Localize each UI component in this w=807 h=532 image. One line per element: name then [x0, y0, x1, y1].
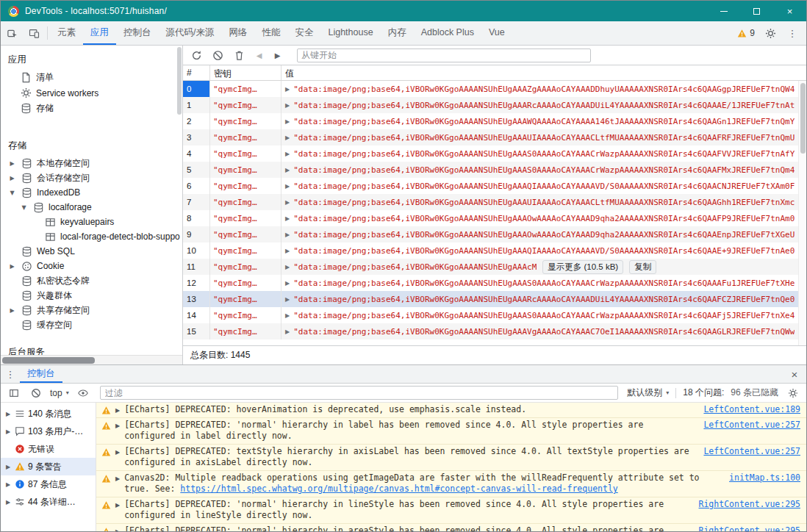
devtools-tab[interactable]: 元素 — [50, 21, 83, 45]
execution-context-selector[interactable]: top ▾ — [50, 388, 69, 398]
tree-arrow-icon[interactable]: ▶ — [7, 175, 17, 181]
expand-triangle-icon[interactable]: ▶ — [115, 449, 120, 468]
console-filter-item[interactable]: ▶103 条用户-… — [1, 423, 96, 440]
tree-item[interactable]: ▶会话存储空间 — [1, 170, 182, 185]
devtools-tab[interactable]: 内存 — [381, 21, 414, 45]
close-drawer-button[interactable]: × — [783, 365, 806, 383]
copy-button[interactable]: 复制 — [629, 260, 656, 274]
more-options-button[interactable]: ⋮ — [781, 28, 803, 39]
console-settings-button[interactable] — [785, 385, 801, 401]
expand-triangle-icon[interactable]: ▶ — [285, 215, 290, 222]
show-more-button[interactable]: 显示更多 (10.5 kB) — [542, 260, 623, 274]
log-level-selector[interactable]: 默认级别 ▾ — [627, 387, 669, 399]
expand-triangle-icon[interactable]: ▶ — [115, 407, 120, 415]
expand-triangle-icon[interactable]: ▶ — [115, 502, 120, 521]
clear-object-store-button[interactable] — [209, 46, 227, 64]
table-row[interactable]: 7"qymcImg…▶"data:image/png;base64,iVBORw… — [183, 194, 798, 210]
tree-item[interactable]: ▶本地存储空间 — [1, 156, 182, 170]
message-url-link[interactable]: https://html.spec.whatwg.org/multipage/c… — [180, 484, 617, 494]
tree-item[interactable]: 兴趣群体 — [1, 288, 182, 303]
devtools-tab[interactable]: 控制台 — [116, 21, 159, 45]
minimize-button[interactable] — [707, 1, 740, 21]
sidebar-horizontal-scrollbar-thumb[interactable] — [2, 357, 95, 364]
table-row[interactable]: 3"qymcImg…▶"data:image/png;base64,iVBORw… — [183, 129, 798, 145]
previous-page-button[interactable]: ◀ — [251, 51, 267, 60]
expand-triangle-icon[interactable]: ▶ — [115, 423, 120, 442]
table-row[interactable]: 14"qymcImg…▶"data:image/png;base64,iVBOR… — [183, 307, 798, 323]
refresh-button[interactable] — [187, 46, 206, 64]
devtools-tab[interactable]: Adblock Plus — [414, 21, 481, 45]
table-row[interactable]: 8"qymcImg…▶"data:image/png;base64,iVBORw… — [183, 210, 798, 226]
tree-item[interactable]: keyvaluepairs — [1, 215, 182, 229]
table-row[interactable]: 1"qymcImg…▶"data:image/png;base64,iVBORw… — [183, 97, 798, 113]
expand-triangle-icon[interactable]: ▶ — [115, 528, 120, 531]
table-row[interactable]: 15"qymcImg…▶"data:image/png;base64,iVBOR… — [183, 323, 798, 339]
console-filter-item[interactable]: 无错误 — [1, 440, 96, 458]
table-row[interactable]: 0"qymcImg…▶"data:image/png;base64,iVBORw… — [183, 81, 798, 97]
tree-item[interactable]: Web SQL — [1, 244, 182, 259]
drawer-menu-button[interactable]: ⋮ — [1, 365, 20, 383]
source-link[interactable]: LeftContent.vue:257 — [703, 446, 800, 457]
start-from-key-input[interactable] — [297, 48, 591, 62]
tree-arrow-icon[interactable]: ▶ — [7, 160, 17, 167]
tree-arrow-icon[interactable]: ▶ — [7, 307, 17, 314]
devtools-tab[interactable]: Vue — [481, 21, 512, 45]
devtools-tab[interactable]: Lighthouse — [320, 21, 380, 45]
column-header-key[interactable]: 密钥 — [210, 65, 281, 80]
table-row[interactable]: 9"qymcImg…▶"data:image/png;base64,iVBORw… — [183, 226, 798, 242]
console-filter-item[interactable]: ▶87 条信息 — [1, 475, 96, 493]
source-link[interactable]: RightContent.vue:295 — [699, 525, 800, 531]
tree-arrow-icon[interactable]: ▶ — [7, 263, 17, 270]
settings-button[interactable] — [759, 28, 781, 39]
tab-console[interactable]: 控制台 — [20, 365, 62, 383]
devtools-tab[interactable]: 应用 — [83, 21, 116, 45]
tree-item[interactable]: local-forage-detect-blob-suppo — [1, 229, 182, 244]
expand-triangle-icon[interactable]: ▶ — [115, 475, 120, 495]
source-link[interactable]: initMap.ts:100 — [729, 472, 800, 484]
sidebar-item[interactable]: 存储 — [1, 101, 182, 116]
console-filter-item[interactable]: ▶140 条消息 — [1, 405, 96, 423]
tree-arrow-icon[interactable]: ▼ — [19, 204, 29, 211]
expand-triangle-icon[interactable]: ▶ — [285, 118, 290, 125]
column-header-index[interactable]: # — [183, 65, 210, 80]
devtools-tab[interactable]: 性能 — [254, 21, 287, 45]
tree-item[interactable]: ▼IndexedDB — [1, 185, 182, 200]
sidebar-item[interactable]: 清单 — [1, 70, 182, 85]
device-toolbar-button[interactable] — [23, 21, 45, 45]
expand-triangle-icon[interactable]: ▶ — [285, 167, 290, 173]
sidebar-item[interactable]: Service workers — [1, 85, 182, 101]
table-row[interactable]: 2"qymcImg…▶"data:image/png;base64,iVBORw… — [183, 113, 798, 129]
chevron-right-icon[interactable]: ▶ — [4, 481, 12, 488]
table-row[interactable]: 12"qymcImg…▶"data:image/png;base64,iVBOR… — [183, 275, 798, 291]
tree-item[interactable]: 缓存空间 — [1, 317, 182, 332]
table-row[interactable]: 6"qymcImg…▶"data:image/png;base64,iVBORw… — [183, 178, 798, 194]
console-filter-input[interactable] — [100, 386, 619, 400]
column-header-value[interactable]: 值 — [281, 65, 798, 80]
table-row[interactable]: 10"qymcImg…▶"data:image/png;base64,iVBOR… — [183, 242, 798, 259]
table-row[interactable]: 4"qymcImg…▶"data:image/png;base64,iVBORw… — [183, 145, 798, 162]
console-filter-item[interactable]: ▶9 条警告 — [1, 458, 96, 475]
expand-triangle-icon[interactable]: ▶ — [285, 183, 290, 190]
expand-triangle-icon[interactable]: ▶ — [285, 134, 290, 141]
expand-triangle-icon[interactable]: ▶ — [285, 151, 290, 157]
tree-item[interactable]: ▼localforage — [1, 200, 182, 215]
create-live-expression-button[interactable] — [75, 385, 91, 401]
expand-triangle-icon[interactable]: ▶ — [285, 264, 290, 270]
expand-triangle-icon[interactable]: ▶ — [285, 199, 290, 206]
table-row[interactable]: 11"qymcImg…▶"data:image/png;base64,iVBOR… — [183, 259, 798, 275]
chevron-right-icon[interactable]: ▶ — [4, 464, 12, 470]
source-link[interactable]: LeftContent.vue:257 — [703, 420, 800, 431]
tree-arrow-icon[interactable]: ▼ — [7, 190, 17, 196]
inspect-element-button[interactable] — [1, 21, 23, 45]
next-page-button[interactable]: ▶ — [270, 51, 285, 60]
source-link[interactable]: LeftContent.vue:189 — [703, 404, 800, 415]
maximize-button[interactable] — [740, 1, 773, 21]
tree-item[interactable]: ▶Cookie — [1, 259, 182, 273]
table-row[interactable]: 5"qymcImg…▶"data:image/png;base64,iVBORw… — [183, 162, 798, 178]
tree-item[interactable]: 私密状态令牌 — [1, 273, 182, 288]
expand-triangle-icon[interactable]: ▶ — [285, 280, 290, 287]
expand-triangle-icon[interactable]: ▶ — [285, 102, 290, 109]
delete-selected-button[interactable] — [230, 46, 248, 64]
issues-warning-badge[interactable]: 9 — [733, 28, 759, 38]
sidebar-vertical-scrollbar-thumb[interactable] — [177, 47, 182, 115]
